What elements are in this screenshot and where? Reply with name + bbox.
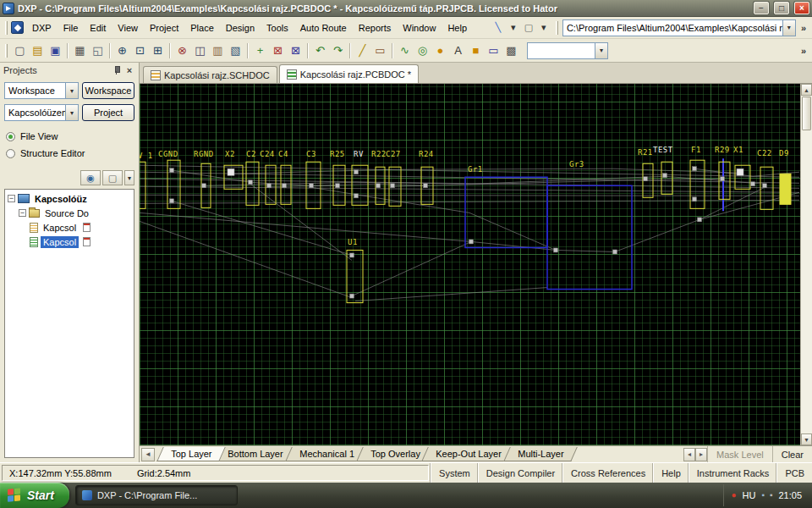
menu-item-auto-route[interactable]: Auto Route — [294, 19, 353, 36]
panel-button-instrument-racks[interactable]: Instrument Racks — [689, 463, 777, 483]
panel-document-icon[interactable]: ▢ — [102, 170, 123, 185]
vertical-scrollbar-thumb[interactable] — [802, 97, 811, 130]
vertical-scrollbar[interactable]: ▲ ▼ — [800, 84, 812, 445]
combo-dropdown-icon[interactable]: ▾ — [782, 20, 795, 36]
close-button[interactable]: × — [794, 2, 809, 14]
scroll-down-icon[interactable]: ▼ — [801, 433, 812, 445]
display-tray-icon[interactable]: ▪ — [761, 491, 765, 500]
toolbar-combo[interactable]: ▾ — [527, 42, 608, 59]
panel-button-system[interactable]: System — [431, 463, 478, 483]
workspace-button[interactable]: Workspace — [82, 82, 134, 99]
print-preview-icon[interactable]: ◱ — [89, 41, 107, 59]
scroll-up-icon[interactable]: ▲ — [801, 84, 812, 96]
menu-item-design[interactable]: Design — [220, 19, 261, 36]
radio-file-view[interactable]: File View — [4, 126, 134, 143]
paste-icon[interactable]: ▥ — [209, 41, 227, 59]
print-icon[interactable]: ▦ — [71, 41, 89, 59]
hscroll-left-icon[interactable]: ◂ — [683, 448, 695, 461]
menubar-grip[interactable] — [5, 21, 8, 35]
document-options-icon[interactable]: ▢ — [521, 20, 536, 36]
deselect-icon[interactable]: ⊠ — [287, 41, 304, 59]
move-icon[interactable]: + — [251, 41, 269, 59]
tree-item-schdoc[interactable]: Kapcsol — [5, 220, 134, 235]
open-document-icon[interactable]: ▤ — [29, 41, 47, 59]
layer-tab-top-layer[interactable]: Top Layer — [156, 447, 226, 461]
fill-icon[interactable]: ■ — [467, 41, 485, 59]
project-button[interactable]: Project — [82, 104, 134, 121]
menu-item-tools[interactable]: Tools — [261, 19, 294, 36]
combo-dropdown-icon[interactable]: ▾ — [65, 83, 78, 98]
vertical-scrollbar-track[interactable] — [801, 131, 812, 433]
doc-tab-kapcsol-si-rajz-pcbdoc[interactable]: Kapcsolási rajz.PCBDOC * — [279, 64, 419, 83]
radio-structure-editor[interactable]: Structure Editor — [4, 143, 134, 160]
pin-icon[interactable] — [112, 66, 120, 75]
string-icon[interactable]: A — [449, 41, 467, 59]
tree-item-folder[interactable]: −Source Do — [5, 206, 134, 220]
combo-dropdown-icon[interactable]: ▾ — [595, 43, 607, 58]
layer-tab-mechanical-1[interactable]: Mechanical 1 — [285, 447, 368, 461]
hscroll-right-icon[interactable]: ▸ — [695, 448, 707, 461]
tree-expand-toggle[interactable]: − — [19, 209, 26, 217]
pencil-icon[interactable]: ╱ — [354, 41, 371, 59]
workspace-combo[interactable]: Workspace ▾ — [4, 82, 79, 99]
copy-icon[interactable]: ◫ — [191, 41, 209, 59]
save-icon[interactable]: ▣ — [47, 41, 64, 59]
clear-filter-icon[interactable]: ⊠ — [269, 41, 287, 59]
panel-button-help[interactable]: Help — [653, 463, 689, 483]
alert-tray-icon[interactable]: ● — [731, 491, 736, 500]
taskbar-task-button[interactable]: DXP - C:\Program File... — [75, 485, 238, 505]
line-tool-icon[interactable]: ╲ — [491, 20, 506, 36]
document-options-dropdown-icon[interactable]: ▾ — [536, 20, 551, 36]
toolbar-overflow-button[interactable]: » — [797, 46, 810, 56]
pad-icon[interactable]: ● — [431, 41, 449, 59]
start-button[interactable]: Start — [0, 483, 69, 508]
pcb-layout[interactable]: Gr1Gr3V 1CGNDRGNDX2C2C24C4C3R25RVR22C27R… — [140, 84, 800, 445]
array-icon[interactable]: ▩ — [502, 41, 520, 59]
measure-icon[interactable]: ▭ — [371, 41, 389, 59]
line-tool-dropdown-icon[interactable]: ▾ — [506, 20, 521, 36]
panel-close-button[interactable]: × — [123, 65, 135, 75]
panel-button-cross-references[interactable]: Cross References — [562, 463, 653, 483]
zoom-area-icon[interactable]: ⊡ — [131, 41, 149, 59]
document-path-combo[interactable]: C:\Program Files\Altium2004\Examples\Kap… — [562, 19, 796, 36]
volume-tray-icon[interactable]: ▪ — [770, 491, 773, 500]
interactive-route-icon[interactable]: ∿ — [396, 41, 414, 59]
tree-item-pcbdoc[interactable]: Kapcsol — [5, 235, 134, 249]
menu-item-dxp[interactable]: DXP — [26, 19, 58, 36]
menubar-grip-2[interactable] — [556, 21, 558, 35]
maximize-button[interactable]: □ — [774, 2, 789, 14]
language-indicator[interactable]: HU — [742, 490, 755, 500]
via-icon[interactable]: ◎ — [414, 41, 431, 59]
room-icon[interactable]: ▭ — [485, 41, 502, 59]
clear-button[interactable]: Clear — [772, 446, 812, 462]
menubar-overflow-button[interactable]: » — [797, 23, 810, 33]
tree-item-project[interactable]: −Kapcsolóüz — [5, 191, 134, 206]
select-area-icon[interactable]: ▧ — [227, 41, 244, 59]
layer-tab-multi-layer[interactable]: Multi-Layer — [503, 447, 578, 461]
cut-icon[interactable]: ⊗ — [173, 41, 191, 59]
minimize-button[interactable]: − — [754, 2, 769, 14]
panel-mini-dropdown-icon[interactable]: ▾ — [124, 170, 134, 185]
zoom-in-icon[interactable]: ⊕ — [113, 41, 131, 59]
undo-icon[interactable]: ↶ — [311, 41, 329, 59]
menu-item-window[interactable]: Window — [397, 19, 442, 36]
menu-item-edit[interactable]: Edit — [84, 19, 112, 36]
menu-item-file[interactable]: File — [58, 19, 85, 36]
project-combo[interactable]: Kapcsolóüzemű ▾ — [4, 104, 79, 121]
menu-item-project[interactable]: Project — [144, 19, 184, 36]
panel-button-design-compiler[interactable]: Design Compiler — [478, 463, 562, 483]
dxp-logo-icon[interactable] — [11, 21, 24, 34]
pcb-canvas[interactable]: Gr1Gr3V 1CGNDRGNDX2C2C24C4C3R25RVR22C27R… — [140, 84, 800, 445]
panel-button-pcb[interactable]: PCB — [776, 463, 812, 483]
doc-tab-kapcsol-si-rajz-schdoc[interactable]: Kapcsolási rajz.SCHDOC — [143, 66, 277, 83]
zoom-fit-icon[interactable]: ⊞ — [149, 41, 167, 59]
panel-preview-icon[interactable]: ◉ — [80, 170, 101, 185]
new-document-icon[interactable]: ▢ — [11, 41, 29, 59]
menu-item-help[interactable]: Help — [442, 19, 473, 36]
mask-level-button[interactable]: Mask Level — [707, 446, 772, 462]
layer-tab-keep-out-layer[interactable]: Keep-Out Layer — [421, 447, 515, 461]
tree-expand-toggle[interactable]: − — [8, 195, 15, 202]
toolbar-grip[interactable] — [5, 44, 8, 58]
layer-tab-scroll-left[interactable]: ◄ — [141, 448, 155, 461]
combo-dropdown-icon[interactable]: ▾ — [65, 105, 78, 120]
